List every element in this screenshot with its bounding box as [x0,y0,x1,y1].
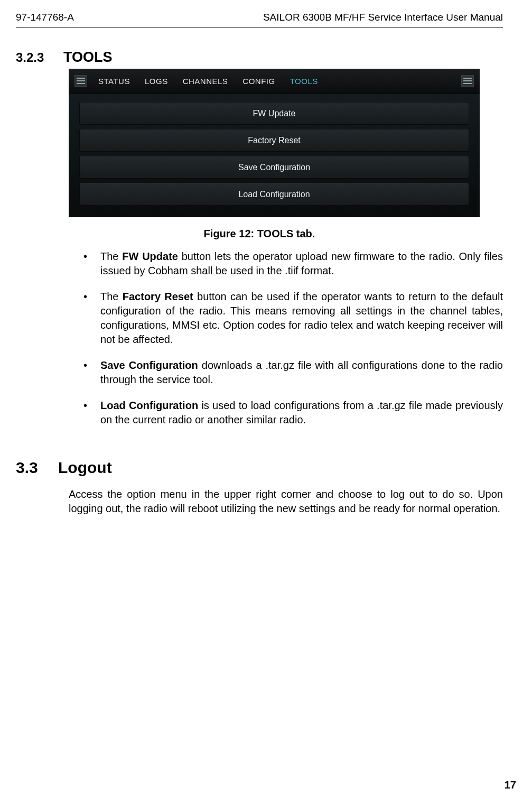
section-3-2-3-heading: 3.2.3 TOOLS [16,49,503,66]
load-configuration-button[interactable]: Load Configuration [79,183,469,206]
tab-bar: STATUS LOGS CHANNELS CONFIG TOOLS [93,69,318,93]
logout-paragraph: Access the option menu in the upper righ… [69,487,503,516]
tab-status[interactable]: STATUS [98,77,130,86]
section-title: TOOLS [63,49,113,66]
document-header: 97-147768-A SAILOR 6300B MF/HF Service I… [16,12,503,28]
bullet-fw-update: The FW Update button lets the operator u… [69,249,503,278]
tab-channels[interactable]: CHANNELS [183,77,228,86]
bullet-factory-reset: The Factory Reset button can be used if … [69,290,503,347]
svg-rect-1 [77,78,85,79]
bullet-bold: Load Configuration [100,400,198,411]
doc-code: 97-147768-A [16,12,74,23]
save-configuration-button[interactable]: Save Configuration [79,156,469,179]
doc-title: SAILOR 6300B MF/HF Service Interface Use… [263,12,503,23]
page-number: 17 [505,779,516,791]
options-icon[interactable] [455,69,480,93]
factory-reset-button[interactable]: Factory Reset [79,129,469,152]
fw-update-button[interactable]: FW Update [79,102,469,125]
bullet-text: The [100,291,123,302]
screenshot-topbar: STATUS LOGS CHANNELS CONFIG TOOLS [69,69,480,94]
svg-rect-5 [463,78,472,79]
menu-icon[interactable] [69,69,93,93]
screenshot-body: FW Update Factory Reset Save Configurati… [69,94,480,217]
bullet-save-config: Save Configuration downloads a .tar.gz f… [69,358,503,387]
tab-tools[interactable]: TOOLS [290,77,318,86]
tools-screenshot: STATUS LOGS CHANNELS CONFIG TOOLS FW Upd… [69,69,480,217]
bullet-bold: Save Configuration [100,359,198,371]
tab-logs[interactable]: LOGS [145,77,168,86]
svg-rect-7 [463,83,472,84]
tab-config[interactable]: CONFIG [242,77,275,86]
logout-paragraph-block: Access the option menu in the upper righ… [69,487,503,516]
svg-rect-6 [463,80,472,81]
section-number: 3.2.3 [16,50,63,65]
section-3-3-heading: 3.3 Logout [16,459,503,477]
bullet-text: The [100,251,122,262]
figure-caption: Figure 12: TOOLS tab. [16,228,503,240]
bullet-load-config: Load Configuration is used to load confi… [69,398,503,427]
bullet-block: The FW Update button lets the operator u… [69,249,503,427]
svg-rect-3 [77,83,85,84]
section-number: 3.3 [16,459,58,477]
bullet-bold: Factory Reset [123,291,193,302]
svg-rect-2 [77,80,85,81]
bullet-bold: FW Update [122,251,178,262]
page-container: 97-147768-A SAILOR 6300B MF/HF Service I… [0,0,532,807]
section-title: Logout [58,459,112,477]
